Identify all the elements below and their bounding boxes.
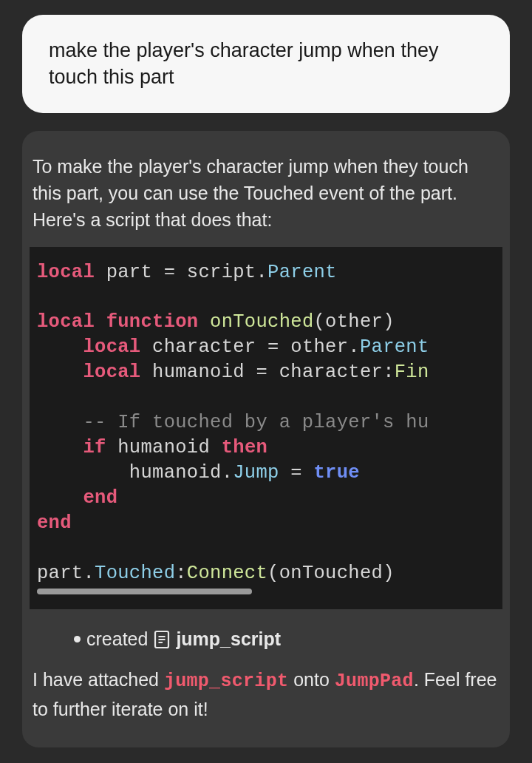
scrollbar-thumb[interactable] — [37, 589, 252, 594]
assistant-intro-text: To make the player's character jump when… — [30, 153, 502, 247]
created-row: created jump_script — [30, 609, 502, 666]
object-ref[interactable]: JumpPad — [335, 671, 414, 692]
code-horizontal-scrollbar[interactable] — [37, 589, 495, 596]
user-message-bubble: make the player's character jump when th… — [22, 15, 510, 113]
kw-then: then — [222, 437, 267, 458]
script-icon — [154, 630, 170, 649]
bullet-icon — [74, 636, 81, 642]
assistant-message-bubble: To make the player's character jump when… — [22, 131, 510, 747]
kw-end: end — [83, 487, 117, 509]
kw-function: function — [106, 311, 199, 333]
kw-if: if — [83, 437, 106, 458]
kw-true: true — [314, 462, 360, 484]
user-message-text: make the player's character jump when th… — [49, 39, 438, 88]
kw-local: local — [37, 262, 95, 283]
code-comment: -- If touched by a player's hu — [83, 412, 429, 433]
script-ref[interactable]: jump_script — [164, 671, 288, 692]
created-label: created — [86, 628, 148, 650]
created-script-name[interactable]: jump_script — [176, 628, 281, 650]
assistant-outro-text: I have attached jump_script onto JumpPad… — [30, 666, 502, 722]
code-block[interactable]: local part = script.Parent local functio… — [30, 247, 502, 610]
kw-local: local — [37, 311, 95, 333]
kw-end: end — [37, 512, 72, 534]
